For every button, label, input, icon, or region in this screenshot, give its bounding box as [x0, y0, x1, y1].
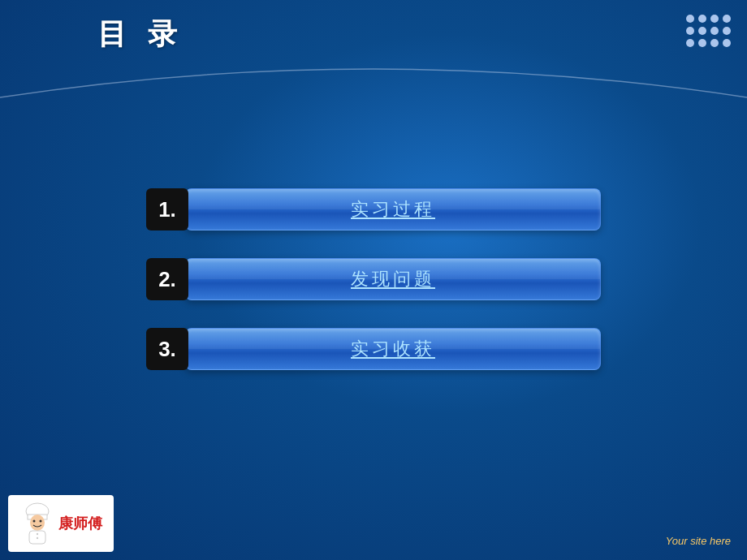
menu-number-1: 1.: [146, 188, 188, 230]
menu-label-3: 实习收获: [351, 337, 435, 361]
menu-label-1: 实习过程: [351, 197, 435, 222]
logo-area: 康师傅: [8, 495, 114, 552]
menu-row-1: 1. 实习过程: [146, 187, 601, 232]
menu-button-3[interactable]: 实习收获: [185, 328, 601, 370]
menu-label-2: 发现问题: [351, 267, 435, 291]
page-title: 目 录: [97, 15, 184, 54]
menu-button-1[interactable]: 实习过程: [185, 188, 601, 230]
svg-point-3: [33, 520, 36, 523]
chef-icon: [19, 502, 55, 545]
menu-number-2: 2.: [146, 258, 188, 300]
svg-point-2: [30, 515, 45, 531]
logo-text: 康师傅: [58, 514, 102, 533]
menu-row-2: 2. 发现问题: [146, 256, 601, 302]
menu-number-3: 3.: [146, 328, 188, 370]
dot-grid-icon: [686, 15, 731, 47]
arc-decoration: [0, 57, 747, 106]
menu-button-2[interactable]: 发现问题: [185, 258, 601, 300]
menu-container: 1. 实习过程 2. 发现问题 3. 实习收获: [146, 187, 601, 372]
site-link[interactable]: Your site here: [666, 535, 731, 547]
menu-row-3: 3. 实习收获: [146, 326, 601, 372]
svg-point-4: [40, 520, 42, 523]
svg-point-7: [37, 537, 38, 539]
svg-point-6: [37, 533, 38, 535]
